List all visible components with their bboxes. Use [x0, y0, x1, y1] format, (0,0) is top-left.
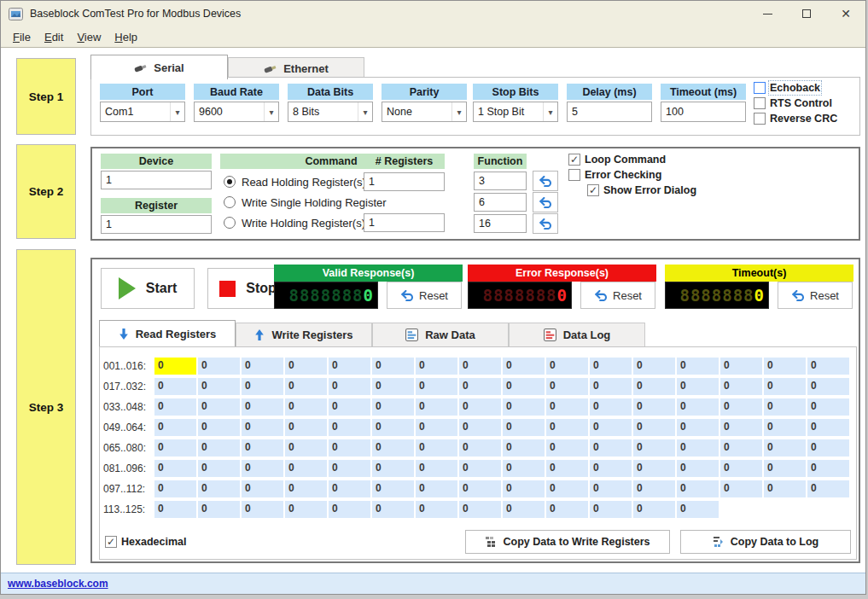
register-cell[interactable]: 0 [459, 358, 501, 375]
register-cell[interactable]: 0 [459, 501, 501, 518]
register-cell[interactable]: 0 [372, 358, 414, 375]
register-cell[interactable]: 0 [807, 398, 849, 416]
parity-select[interactable]: None ▾ [382, 102, 467, 122]
function-write-single-input[interactable] [474, 193, 527, 212]
register-cell[interactable]: 0 [633, 439, 675, 457]
register-cell[interactable]: 0 [720, 358, 762, 375]
register-cell[interactable]: 0 [372, 480, 414, 497]
register-cell[interactable]: 0 [546, 480, 588, 497]
register-cell[interactable]: 0 [416, 358, 457, 375]
register-cell[interactable]: 0 [503, 378, 545, 395]
register-cell[interactable]: 0 [285, 480, 327, 497]
register-cell[interactable]: 0 [807, 480, 849, 497]
register-cell[interactable]: 0 [416, 398, 457, 416]
num-registers-write-input[interactable] [364, 213, 445, 232]
register-cell[interactable]: 0 [590, 501, 632, 518]
register-cell[interactable]: 0 [198, 501, 240, 518]
register-cell[interactable]: 0 [720, 419, 762, 436]
register-cell[interactable]: 0 [154, 398, 196, 416]
register-cell[interactable]: 0 [503, 358, 545, 375]
register-cell[interactable]: 0 [764, 398, 806, 416]
valid-reset-button[interactable]: Reset [387, 282, 462, 309]
register-cell[interactable]: 0 [285, 460, 327, 477]
register-cell[interactable]: 0 [764, 419, 806, 436]
minimize-button[interactable] [748, 1, 787, 26]
register-cell[interactable]: 0 [546, 501, 588, 518]
register-cell[interactable]: 0 [329, 439, 370, 457]
register-cell[interactable]: 0 [677, 398, 719, 416]
register-cell[interactable]: 0 [242, 460, 283, 477]
menu-edit[interactable]: Edit [38, 28, 70, 46]
function-read-input[interactable] [474, 172, 527, 190]
register-cell[interactable]: 0 [242, 501, 283, 518]
register-cell[interactable]: 0 [372, 439, 414, 457]
register-cell[interactable]: 0 [590, 378, 632, 395]
register-cell[interactable]: 0 [503, 460, 545, 477]
stopbits-select[interactable]: 1 Stop Bit ▾ [473, 102, 558, 122]
register-cell[interactable]: 0 [633, 398, 675, 416]
register-cell[interactable]: 0 [590, 358, 632, 375]
delay-input[interactable] [567, 102, 652, 122]
register-cell[interactable]: 0 [154, 501, 196, 518]
function-write-multi-reset-button[interactable] [533, 213, 558, 234]
tab-read-registers[interactable]: Read Registers [99, 320, 236, 346]
register-cell[interactable]: 0 [154, 358, 196, 375]
register-cell[interactable]: 0 [633, 419, 675, 436]
register-cell[interactable]: 0 [807, 460, 849, 477]
register-cell[interactable]: 0 [329, 460, 370, 477]
register-cell[interactable]: 0 [285, 501, 327, 518]
register-cell[interactable]: 0 [285, 419, 327, 436]
function-write-multi-input[interactable] [474, 214, 527, 233]
port-select[interactable]: Com1 ▾ [100, 102, 185, 122]
register-cell[interactable]: 0 [590, 419, 632, 436]
register-cell[interactable]: 0 [720, 439, 762, 457]
close-button[interactable]: ✕ [826, 1, 865, 26]
register-cell[interactable]: 0 [503, 398, 545, 416]
register-cell[interactable]: 0 [807, 419, 849, 436]
radio-read-holding[interactable]: Read Holding Register(s) [224, 173, 366, 190]
register-cell[interactable]: 0 [372, 378, 414, 395]
register-cell[interactable]: 0 [677, 419, 719, 436]
register-cell[interactable]: 0 [285, 398, 327, 416]
tab-raw-data[interactable]: Raw Data [372, 323, 509, 346]
register-cell[interactable]: 0 [503, 501, 545, 518]
register-cell[interactable]: 0 [154, 439, 196, 457]
register-cell[interactable]: 0 [459, 398, 501, 416]
register-cell[interactable]: 0 [416, 378, 457, 395]
register-cell[interactable]: 0 [154, 378, 196, 395]
register-cell[interactable]: 0 [764, 480, 806, 497]
register-cell[interactable]: 0 [198, 419, 240, 436]
register-cell[interactable]: 0 [720, 378, 762, 395]
register-cell[interactable]: 0 [633, 358, 675, 375]
register-cell[interactable]: 0 [416, 419, 457, 436]
register-cell[interactable]: 0 [503, 439, 545, 457]
register-cell[interactable]: 0 [372, 419, 414, 436]
device-input[interactable] [101, 171, 212, 189]
radio-write-single[interactable]: Write Single Holding Register [224, 194, 387, 211]
register-cell[interactable]: 0 [590, 460, 632, 477]
register-cell[interactable]: 0 [720, 398, 762, 416]
register-cell[interactable]: 0 [503, 480, 545, 497]
register-cell[interactable]: 0 [459, 439, 501, 457]
register-cell[interactable]: 0 [329, 378, 370, 395]
register-cell[interactable]: 0 [677, 501, 719, 518]
num-registers-read-input[interactable] [364, 172, 445, 191]
register-cell[interactable]: 0 [546, 398, 588, 416]
register-cell[interactable]: 0 [546, 460, 588, 477]
register-cell[interactable]: 0 [546, 378, 588, 395]
register-cell[interactable]: 0 [503, 419, 545, 436]
register-cell[interactable]: 0 [677, 460, 719, 477]
register-cell[interactable]: 0 [807, 358, 849, 375]
databits-select[interactable]: 8 Bits ▾ [288, 102, 373, 122]
register-cell[interactable]: 0 [329, 358, 370, 375]
register-cell[interactable]: 0 [198, 378, 240, 395]
register-cell[interactable]: 0 [677, 439, 719, 457]
register-cell[interactable]: 0 [242, 358, 283, 375]
maximize-button[interactable] [787, 1, 826, 26]
reverse-crc-checkbox[interactable]: Reverse CRC [754, 113, 837, 125]
show-error-dialog-checkbox[interactable]: ✓ Show Error Dialog [587, 184, 696, 196]
register-cell[interactable]: 0 [329, 501, 370, 518]
register-cell[interactable]: 0 [633, 501, 675, 518]
register-cell[interactable]: 0 [764, 358, 806, 375]
register-cell[interactable]: 0 [764, 460, 806, 477]
